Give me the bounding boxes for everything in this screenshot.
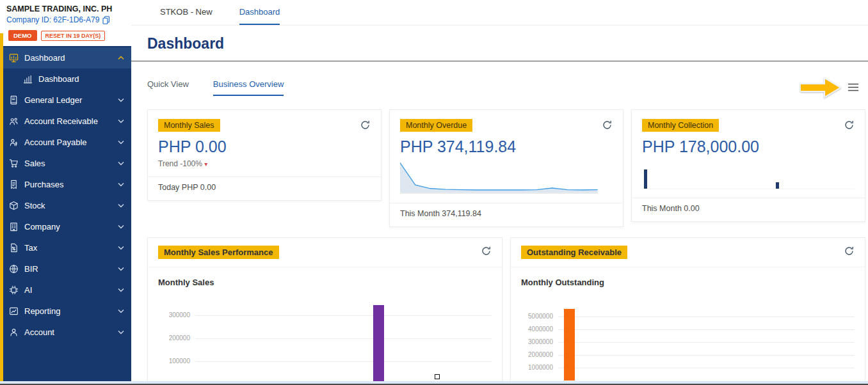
y-axis-tick-label: 300000 [154, 311, 190, 318]
stock-icon [9, 201, 19, 210]
chart-title-chip: Outstanding Receivable [521, 246, 627, 259]
badges-row: DEMO RESET IN 19 DAY(S) [0, 26, 131, 46]
overdue-sparkline-chart [400, 161, 613, 194]
sales-performance-chart: 100000200000300000 [195, 304, 492, 384]
tab-quick-view[interactable]: Quick View [147, 79, 189, 96]
gridline [195, 338, 492, 339]
account-icon [9, 327, 19, 337]
refresh-icon[interactable] [844, 246, 855, 259]
sidebar-item-label: BIR [24, 264, 38, 274]
refresh-icon[interactable] [844, 120, 855, 133]
sidebar-item-label: Company [24, 222, 60, 232]
chart-bar [564, 309, 575, 381]
sidebar-item-dashboard-sub[interactable]: Dashboard [0, 68, 131, 90]
chevron-up-icon [118, 56, 124, 60]
chart-bar [373, 305, 384, 384]
y-axis-tick-label: 3000000 [517, 338, 553, 345]
chart-card-header: Monthly Sales Performance [148, 238, 502, 267]
sparkline-svg [400, 161, 598, 194]
chevron-down-icon [118, 246, 124, 250]
chevron-down-icon [118, 98, 124, 102]
card-value: PHP 0.00 [158, 138, 371, 156]
topbar: STKOB - New Dashboard [131, 0, 868, 26]
tab-stkob-new[interactable]: STKOB - New [160, 0, 213, 25]
sidebar: SAMPLE TRADING, INC. PH Company ID: 62F-… [0, 0, 131, 385]
app-root: SAMPLE TRADING, INC. PH Company ID: 62F-… [0, 0, 868, 385]
sidebar-item-dashboard[interactable]: Dashboard [0, 47, 131, 68]
tax-icon [9, 243, 19, 253]
chevron-down-icon [118, 161, 124, 166]
monthly-sales-performance-card: Monthly Sales Performance Monthly Sales … [147, 237, 502, 385]
chevron-down-icon [118, 267, 124, 271]
chevron-down-icon [118, 309, 124, 313]
card-footer: This Month 374,119.84 [400, 203, 613, 226]
sidebar-item-label: Account [24, 327, 54, 337]
refresh-icon[interactable] [481, 246, 492, 259]
sidebar-item-label: Dashboard [38, 74, 79, 84]
sidebar-item-bir[interactable]: BIR [0, 258, 131, 279]
sidebar-item-label: Stock [24, 201, 45, 210]
gridline [558, 329, 855, 330]
page-title: Dashboard [147, 35, 868, 52]
gridline [558, 355, 855, 356]
refresh-icon[interactable] [360, 120, 371, 133]
chevron-down-icon [118, 224, 124, 229]
chart-bar [644, 169, 647, 189]
sidebar-item-sales[interactable]: Sales [0, 153, 131, 174]
sales-icon [9, 159, 19, 168]
sidebar-item-label: Tax [24, 243, 37, 253]
outstanding-receivable-chart: 10000002000000300000040000005000000 [558, 304, 855, 381]
sidebar-item-purchases[interactable]: Purchases [0, 174, 131, 195]
charts-row: Monthly Sales Performance Monthly Sales … [147, 237, 865, 385]
sidebar-item-stock[interactable]: Stock [0, 195, 131, 216]
sidebar-item-company[interactable]: Company [0, 216, 131, 237]
page-divider [131, 61, 868, 61]
gridline [195, 361, 492, 362]
sidebar-item-label: Account Payable [24, 138, 87, 147]
page-head: Dashboard [131, 26, 868, 61]
sidebar-item-account-payable[interactable]: Account Payable [0, 132, 131, 153]
hamburger-menu-icon[interactable] [848, 82, 859, 94]
sidebar-item-general-ledger[interactable]: General Ledger [0, 90, 131, 111]
sidebar-item-label: General Ledger [24, 95, 82, 105]
gridline [558, 342, 855, 343]
tab-business-overview[interactable]: Business Overview [213, 79, 284, 96]
sidebar-item-account[interactable]: Account [0, 322, 131, 343]
y-axis-tick-label: 4000000 [517, 326, 553, 333]
sidebar-item-label: AI [24, 285, 32, 295]
series-label: Monthly Sales [148, 267, 502, 287]
demo-badge: DEMO [8, 30, 37, 41]
tab-dashboard-top[interactable]: Dashboard [239, 0, 280, 25]
sidebar-item-tax[interactable]: Tax [0, 237, 131, 258]
card-footer: Today PHP 0.00 [158, 177, 371, 200]
chevron-down-icon [118, 182, 124, 187]
sidebar-item-account-receivable[interactable]: Account Receivable [0, 111, 131, 132]
bottom-strip [0, 381, 868, 385]
bir-icon [9, 264, 19, 274]
y-axis-tick-label: 2000000 [517, 351, 553, 358]
ai-icon [9, 285, 19, 295]
monthly-collection-card: Monthly Collection PHP 178,000.00 This M… [631, 109, 865, 222]
y-axis-tick-label: 5000000 [517, 313, 553, 320]
gridline [195, 315, 492, 316]
trend-row: Trend -100% ▾ [158, 159, 371, 168]
dashboard-icon [9, 53, 19, 63]
sidebar-item-ai[interactable]: AI [0, 279, 131, 301]
outstanding-receivable-card: Outstanding Receivable Monthly Outstandi… [510, 237, 865, 385]
sidebar-item-reporting[interactable]: Reporting [0, 301, 131, 322]
sidebar-item-label: Reporting [24, 306, 60, 316]
card-title-chip: Monthly Sales [158, 119, 220, 132]
chevron-down-icon [118, 330, 124, 334]
chart-bar [776, 182, 779, 189]
copy-icon[interactable] [102, 16, 110, 24]
refresh-icon[interactable] [602, 120, 613, 133]
view-tabs: Quick View Business Overview [147, 79, 865, 100]
payable-icon [9, 138, 19, 147]
selection-handle[interactable] [435, 374, 440, 379]
series-label: Monthly Outstanding [511, 267, 865, 287]
view-area: Quick View Business Overview Monthly Sal… [131, 79, 868, 385]
chevron-down-icon [118, 140, 124, 145]
gridline [558, 368, 855, 368]
y-axis-tick-label: 100000 [154, 358, 190, 365]
reset-badge: RESET IN 19 DAY(S) [41, 31, 106, 41]
